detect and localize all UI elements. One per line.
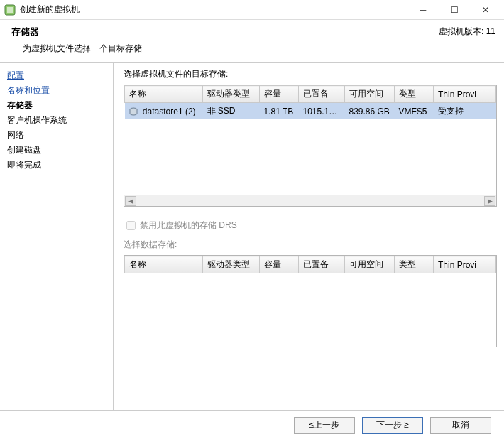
cell-thin: 受支持 <box>434 103 496 120</box>
horizontal-scrollbar[interactable]: ◀ ▶ <box>124 195 496 206</box>
table-header-row: 名称 驱动器类型 容量 已置备 可用空间 类型 Thin Provi <box>125 256 496 273</box>
scroll-left-icon[interactable]: ◀ <box>125 196 136 206</box>
close-button[interactable]: ✕ <box>470 1 501 19</box>
col-name: 名称 <box>125 256 203 273</box>
cell-type: VMFS5 <box>395 103 434 120</box>
disable-drs-checkbox <box>126 221 136 230</box>
sidebar-item-network: 网络 <box>7 128 106 143</box>
wizard-sidebar: 配置 名称和位置 存储器 客户机操作系统 网络 创建磁盘 即将完成 <box>0 63 114 410</box>
sidebar-item-ready: 即将完成 <box>7 158 106 173</box>
col-thin[interactable]: Thin Provi <box>434 86 496 103</box>
scroll-right-icon[interactable]: ▶ <box>484 196 495 206</box>
titlebar: 创建新的虚拟机 ─ ☐ ✕ <box>0 0 504 20</box>
window-title: 创建新的虚拟机 <box>20 4 407 16</box>
cell-capacity: 1.81 TB <box>260 103 299 120</box>
sidebar-item-guest-os: 客户机操作系统 <box>7 113 106 128</box>
sidebar-item-config[interactable]: 配置 <box>7 68 106 83</box>
sidebar-item-create-disk: 创建磁盘 <box>7 143 106 158</box>
app-icon <box>4 4 16 16</box>
window-controls: ─ ☐ ✕ <box>407 1 501 19</box>
destination-storage-label: 选择虚拟机文件的目标存储: <box>124 68 497 80</box>
col-name[interactable]: 名称 <box>125 86 203 103</box>
col-thin: Thin Provi <box>434 256 496 273</box>
col-provisioned[interactable]: 已置备 <box>299 86 345 103</box>
wizard-content: 选择虚拟机文件的目标存储: 名称 驱动器类型 容量 已置备 可用空间 类型 Th… <box>114 63 504 410</box>
col-provisioned: 已置备 <box>299 256 345 273</box>
col-free[interactable]: 可用空间 <box>345 86 395 103</box>
back-button[interactable]: ≤上一步 <box>294 417 355 434</box>
disable-drs-row: 禁用此虚拟机的存储 DRS <box>126 219 497 232</box>
sidebar-item-storage: 存储器 <box>7 98 106 113</box>
col-type: 类型 <box>395 256 434 273</box>
wizard-step-title: 存储器 <box>11 26 39 38</box>
wizard-step-subtitle: 为虚拟机文件选择一个目标存储 <box>0 41 504 62</box>
vm-version-label: 虚拟机版本: 11 <box>439 26 495 38</box>
maximize-button[interactable]: ☐ <box>439 1 470 19</box>
col-capacity[interactable]: 容量 <box>260 86 299 103</box>
datastore-secondary-table: 名称 驱动器类型 容量 已置备 可用空间 类型 Thin Provi <box>124 256 496 273</box>
wizard-header: 存储器 虚拟机版本: 11 <box>0 20 504 41</box>
sidebar-item-name-location[interactable]: 名称和位置 <box>7 83 106 98</box>
col-drive-type: 驱动器类型 <box>203 256 260 273</box>
datastore-icon <box>129 107 138 116</box>
table-header-row: 名称 驱动器类型 容量 已置备 可用空间 类型 Thin Provi <box>125 86 496 103</box>
col-drive-type[interactable]: 驱动器类型 <box>203 86 260 103</box>
col-capacity: 容量 <box>260 256 299 273</box>
wizard-footer: ≤上一步 下一步 ≥ 取消 <box>0 410 504 434</box>
main-body: 配置 名称和位置 存储器 客户机操作系统 网络 创建磁盘 即将完成 选择虚拟机文… <box>0 62 504 410</box>
cell-provisioned: 1015.14 ... <box>299 103 345 120</box>
datastore-table-container: 名称 驱动器类型 容量 已置备 可用空间 类型 Thin Provi <box>124 85 497 207</box>
col-free: 可用空间 <box>345 256 395 273</box>
datastore-table[interactable]: 名称 驱动器类型 容量 已置备 可用空间 类型 Thin Provi <box>124 85 496 119</box>
col-type[interactable]: 类型 <box>395 86 434 103</box>
cell-free: 839.86 GB <box>345 103 395 120</box>
cell-name: datastore1 (2) <box>125 103 203 120</box>
datastore-secondary-table-container: 名称 驱动器类型 容量 已置备 可用空间 类型 Thin Provi <box>124 255 497 347</box>
cell-name-text: datastore1 (2) <box>143 107 196 116</box>
cell-drive-type: 非 SSD <box>203 103 260 120</box>
minimize-button[interactable]: ─ <box>407 1 439 19</box>
svg-rect-1 <box>7 7 13 13</box>
cancel-button[interactable]: 取消 <box>430 417 491 434</box>
disable-drs-label: 禁用此虚拟机的存储 DRS <box>140 219 237 232</box>
select-datastore-label: 选择数据存储: <box>124 239 497 251</box>
next-button[interactable]: 下一步 ≥ <box>362 417 423 434</box>
table-row[interactable]: datastore1 (2) 非 SSD 1.81 TB 1015.14 ...… <box>125 103 496 120</box>
